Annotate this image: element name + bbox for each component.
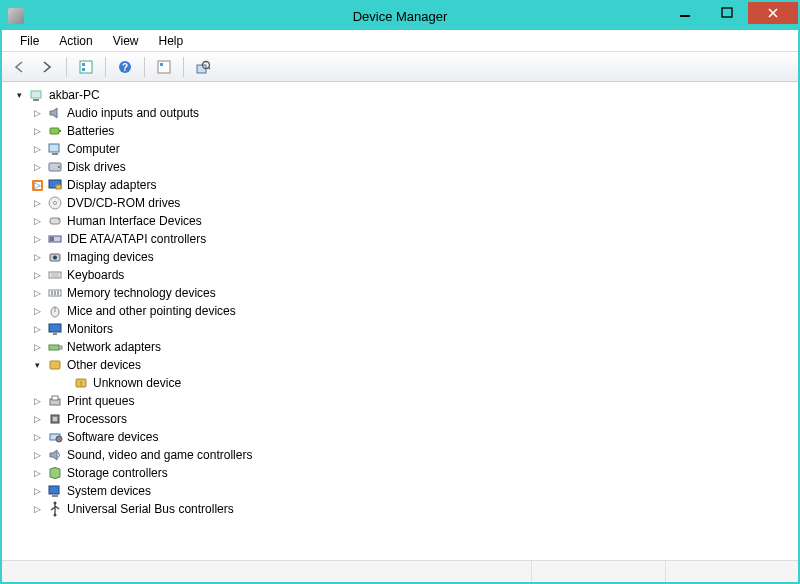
expander-icon[interactable]: ▷ — [32, 234, 43, 245]
statusbar — [2, 560, 798, 582]
tree-row[interactable]: ▾akbar-PC — [10, 86, 790, 104]
tree-label: Human Interface Devices — [67, 214, 202, 228]
tree-label: Other devices — [67, 358, 141, 372]
tree-row[interactable]: ▷Software devices — [10, 428, 790, 446]
tree-row[interactable]: ▷Display adapters — [10, 176, 790, 194]
help-button[interactable]: ? — [114, 56, 136, 78]
window-controls — [664, 2, 798, 30]
svg-rect-13 — [33, 99, 39, 101]
expander-icon[interactable]: ▷ — [32, 468, 43, 479]
svg-rect-15 — [59, 130, 61, 132]
expander-icon[interactable]: ▷ — [32, 252, 43, 263]
tree-row[interactable]: ▷Monitors — [10, 320, 790, 338]
svg-rect-1 — [722, 8, 732, 17]
minimize-button[interactable] — [664, 2, 706, 24]
scan-button[interactable] — [153, 56, 175, 78]
menu-action[interactable]: Action — [49, 32, 102, 50]
hid-icon — [47, 213, 63, 229]
device-tree[interactable]: ▾akbar-PC▷Audio inputs and outputs▷Batte… — [2, 82, 798, 560]
tree-row[interactable]: ▷Print queues — [10, 392, 790, 410]
tree-row[interactable]: ▾Other devices — [10, 356, 790, 374]
svg-point-29 — [53, 256, 57, 260]
tree-row[interactable]: ▷Memory technology devices — [10, 284, 790, 302]
svg-rect-9 — [197, 65, 206, 73]
tree-row[interactable]: !Unknown device — [10, 374, 790, 392]
battery-icon — [47, 123, 63, 139]
expander-icon[interactable]: ▷ — [32, 144, 43, 155]
tree-label: Sound, video and game controllers — [67, 448, 252, 462]
expander-icon[interactable]: ▷ — [32, 432, 43, 443]
tree-row[interactable]: ▷Batteries — [10, 122, 790, 140]
properties-button[interactable] — [75, 56, 97, 78]
forward-button[interactable] — [36, 56, 58, 78]
expander-icon[interactable]: ▷ — [32, 306, 43, 317]
expander-icon[interactable]: ▷ — [32, 486, 43, 497]
expander-icon[interactable]: ▷ — [32, 198, 43, 209]
close-button[interactable] — [748, 2, 798, 24]
expander-icon[interactable]: ▷ — [32, 180, 43, 191]
computer-icon — [47, 141, 63, 157]
svg-text:!: ! — [80, 379, 83, 388]
tree-label: Imaging devices — [67, 250, 154, 264]
display-icon — [47, 177, 63, 193]
tree-row[interactable]: ▷Network adapters — [10, 338, 790, 356]
tree-row[interactable]: ▷Storage controllers — [10, 464, 790, 482]
expander-icon[interactable]: ▷ — [32, 126, 43, 137]
expander-icon[interactable]: ▷ — [32, 324, 43, 335]
tree-label: Universal Serial Bus controllers — [67, 502, 234, 516]
menu-file[interactable]: File — [10, 32, 49, 50]
titlebar[interactable]: Device Manager — [2, 2, 798, 30]
refresh-button[interactable] — [192, 56, 214, 78]
usb-icon — [47, 501, 63, 517]
tree-label: Disk drives — [67, 160, 126, 174]
tree-row[interactable]: ▷Disk drives — [10, 158, 790, 176]
expander-icon[interactable]: ▷ — [32, 216, 43, 227]
system-icon — [47, 483, 63, 499]
expander-icon[interactable]: ▷ — [32, 396, 43, 407]
tree-row[interactable]: ▷Imaging devices — [10, 248, 790, 266]
help-icon: ? — [117, 59, 133, 75]
expander-icon[interactable]: ▾ — [32, 360, 43, 371]
tree-row[interactable]: ▷Keyboards — [10, 266, 790, 284]
svg-rect-14 — [50, 128, 59, 134]
svg-rect-34 — [51, 291, 53, 295]
tree-row[interactable]: ▷Computer — [10, 140, 790, 158]
maximize-button[interactable] — [706, 2, 748, 24]
svg-point-51 — [56, 436, 62, 442]
tree-row[interactable]: ▷DVD/CD-ROM drives — [10, 194, 790, 212]
svg-rect-52 — [49, 486, 59, 494]
tree-row[interactable]: ▷IDE ATA/ATAPI controllers — [10, 230, 790, 248]
expander-icon[interactable]: ▷ — [32, 108, 43, 119]
toolbar-separator — [105, 57, 106, 77]
expander-icon[interactable]: ▷ — [32, 270, 43, 281]
tree-label: Storage controllers — [67, 466, 168, 480]
expander-icon[interactable]: ▷ — [32, 288, 43, 299]
expander-icon[interactable]: ▷ — [32, 342, 43, 353]
tree-row[interactable]: ▷Mice and other pointing devices — [10, 302, 790, 320]
tree-row[interactable]: ▷System devices — [10, 482, 790, 500]
svg-point-19 — [58, 166, 61, 169]
tree-label: Computer — [67, 142, 120, 156]
svg-point-55 — [54, 514, 57, 517]
tree-label: Display adapters — [67, 178, 156, 192]
tree-row[interactable]: ▷Processors — [10, 410, 790, 428]
svg-rect-4 — [82, 68, 85, 71]
tree-row[interactable]: ▷Human Interface Devices — [10, 212, 790, 230]
back-button[interactable] — [8, 56, 30, 78]
tree-row[interactable]: ▷Universal Serial Bus controllers — [10, 500, 790, 518]
tree-row[interactable]: ▷Sound, video and game controllers — [10, 446, 790, 464]
menubar: File Action View Help — [2, 30, 798, 52]
svg-rect-47 — [52, 396, 58, 400]
svg-rect-17 — [52, 153, 58, 155]
expander-icon[interactable]: ▾ — [14, 90, 25, 101]
menu-help[interactable]: Help — [149, 32, 194, 50]
close-icon — [767, 7, 779, 19]
expander-icon[interactable]: ▷ — [32, 162, 43, 173]
tree-row[interactable]: ▷Audio inputs and outputs — [10, 104, 790, 122]
expander-icon[interactable]: ▷ — [32, 450, 43, 461]
software-icon — [47, 429, 63, 445]
expander-icon[interactable]: ▷ — [32, 414, 43, 425]
menu-view[interactable]: View — [103, 32, 149, 50]
network-icon — [47, 339, 63, 355]
expander-icon[interactable]: ▷ — [32, 504, 43, 515]
